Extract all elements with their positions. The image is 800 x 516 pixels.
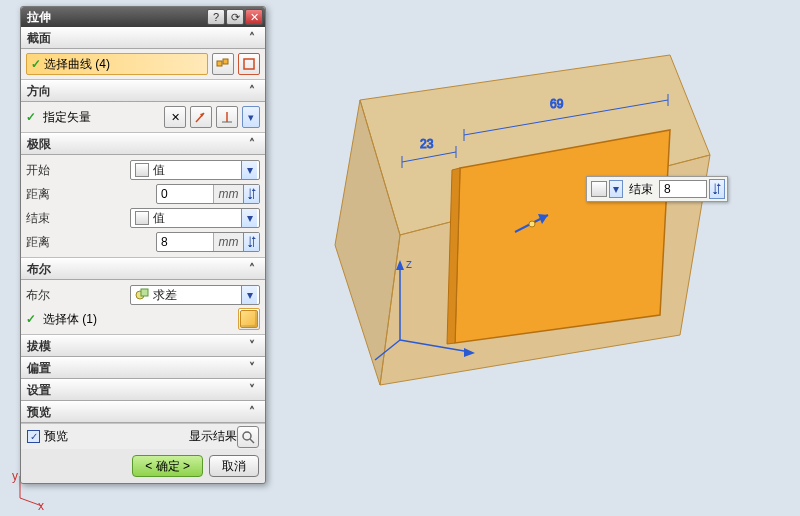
unit-label: mm: [213, 185, 243, 203]
chevron-down-icon: ˅: [245, 361, 259, 375]
limits-end-type-value: 值: [153, 210, 241, 227]
help-icon[interactable]: ?: [207, 9, 225, 25]
check-icon: ✓: [26, 312, 36, 326]
floating-end-input[interactable]: ▾ 结束 ⮃: [586, 176, 728, 202]
svg-text:y: y: [12, 470, 18, 483]
svg-point-10: [529, 221, 535, 227]
section-header-limits[interactable]: 极限 ˄: [21, 133, 265, 155]
section-title-draft: 拔模: [27, 338, 51, 355]
limits-end-dist-input[interactable]: [157, 233, 213, 251]
svg-rect-22: [223, 59, 228, 64]
section-title-preview: 预览: [27, 404, 51, 421]
section-header-preview[interactable]: 预览 ˄: [21, 401, 265, 423]
model-canvas[interactable]: 23 69 z: [280, 40, 780, 470]
chevron-down-icon: ˅: [245, 383, 259, 397]
vector-dialog-icon[interactable]: [190, 106, 212, 128]
check-icon: ✓: [26, 110, 36, 124]
preview-checkbox[interactable]: ✓: [27, 430, 40, 443]
chevron-down-icon: ▾: [241, 286, 257, 304]
vector-dropdown[interactable]: ▾: [242, 106, 260, 128]
body-cube-icon: [240, 310, 258, 328]
svg-line-31: [250, 439, 254, 443]
svg-point-30: [243, 432, 251, 440]
select-curve-label: 选择曲线 (4): [44, 56, 110, 73]
reset-icon[interactable]: ⟳: [226, 9, 244, 25]
extrude-dialog: 拉伸 ? ⟳ ✕ 截面 ˄ ✓ 选择曲线 (4) 方向 ˄ ✓ 指定矢量: [20, 6, 266, 484]
limits-start-dist-label: 距离: [26, 186, 76, 203]
dialog-titlebar[interactable]: 拉伸 ? ⟳ ✕: [21, 7, 265, 27]
show-result-button[interactable]: [237, 426, 259, 448]
check-icon: ✓: [31, 57, 41, 71]
section-header-boolean[interactable]: 布尔 ˄: [21, 258, 265, 280]
limits-end-type-select[interactable]: 值 ▾: [130, 208, 260, 228]
auto-vector-icon[interactable]: [216, 106, 238, 128]
value-type-icon: [591, 181, 607, 197]
boolean-label: 布尔: [26, 287, 76, 304]
limits-end-dist-label: 距离: [26, 234, 76, 251]
limits-start-dist-input[interactable]: [157, 185, 213, 203]
specify-vector-label: 指定矢量: [43, 109, 160, 126]
limits-end-label: 结束: [26, 210, 76, 227]
ok-button-label: < 确定 >: [145, 458, 190, 475]
section-title-direction: 方向: [27, 83, 51, 100]
ok-button[interactable]: < 确定 >: [132, 455, 203, 477]
section-header-profile[interactable]: 截面 ˄: [21, 27, 265, 49]
svg-rect-29: [141, 289, 148, 296]
svg-rect-23: [244, 59, 254, 69]
close-icon[interactable]: ✕: [245, 9, 263, 25]
select-curve-row[interactable]: ✓ 选择曲线 (4): [26, 53, 208, 75]
chevron-down-icon: ▾: [241, 209, 257, 227]
cancel-button-label: 取消: [222, 458, 246, 475]
cancel-button[interactable]: 取消: [209, 455, 259, 477]
svg-text:z: z: [406, 257, 412, 271]
preview-checkbox-label: 预览: [44, 428, 68, 445]
section-title-offset: 偏置: [27, 360, 51, 377]
limits-start-type-value: 值: [153, 162, 241, 179]
section-header-offset[interactable]: 偏置 ˅: [21, 357, 265, 379]
chevron-up-icon: ˄: [245, 262, 259, 276]
sketch-section-icon[interactable]: [238, 53, 260, 75]
section-header-settings[interactable]: 设置 ˅: [21, 379, 265, 401]
section-title-settings: 设置: [27, 382, 51, 399]
chevron-up-icon: ˄: [245, 137, 259, 151]
boolean-type-select[interactable]: 求差 ▾: [130, 285, 260, 305]
value-type-icon: [135, 211, 149, 225]
reverse-direction-icon[interactable]: ✕: [164, 106, 186, 128]
chevron-down-icon: ˅: [245, 339, 259, 353]
svg-rect-21: [217, 61, 222, 66]
limits-start-type-select[interactable]: 值 ▾: [130, 160, 260, 180]
select-body-icon[interactable]: [238, 308, 260, 330]
floating-type-dropdown[interactable]: ▾: [609, 180, 623, 198]
floating-end-spin[interactable]: ⮃: [709, 179, 725, 199]
chevron-up-icon: ˄: [245, 84, 259, 98]
section-header-direction[interactable]: 方向 ˄: [21, 80, 265, 102]
boolean-type-value: 求差: [153, 287, 241, 304]
show-result-label: 显示结果: [189, 428, 237, 445]
unit-label: mm: [213, 233, 243, 251]
svg-text:x: x: [38, 499, 44, 510]
chevron-down-icon: ▾: [241, 161, 257, 179]
svg-text:69: 69: [550, 97, 564, 111]
viewport-3d[interactable]: 23 69 z: [280, 40, 780, 470]
section-title-profile: 截面: [27, 30, 51, 47]
section-title-limits: 极限: [27, 136, 51, 153]
subtract-icon: [135, 287, 149, 304]
spin-icon[interactable]: ⮃: [243, 185, 259, 203]
svg-text:23: 23: [420, 137, 434, 151]
floating-end-value[interactable]: [659, 180, 707, 198]
chevron-up-icon: ˄: [245, 405, 259, 419]
spin-icon[interactable]: ⮃: [243, 233, 259, 251]
boolean-select-body-label: 选择体 (1): [43, 311, 234, 328]
curve-filter-icon[interactable]: [212, 53, 234, 75]
section-header-draft[interactable]: 拔模 ˅: [21, 335, 265, 357]
floating-end-label: 结束: [629, 181, 653, 198]
section-title-boolean: 布尔: [27, 261, 51, 278]
value-type-icon: [135, 163, 149, 177]
limits-start-label: 开始: [26, 162, 76, 179]
chevron-up-icon: ˄: [245, 31, 259, 45]
dialog-title: 拉伸: [27, 9, 206, 26]
